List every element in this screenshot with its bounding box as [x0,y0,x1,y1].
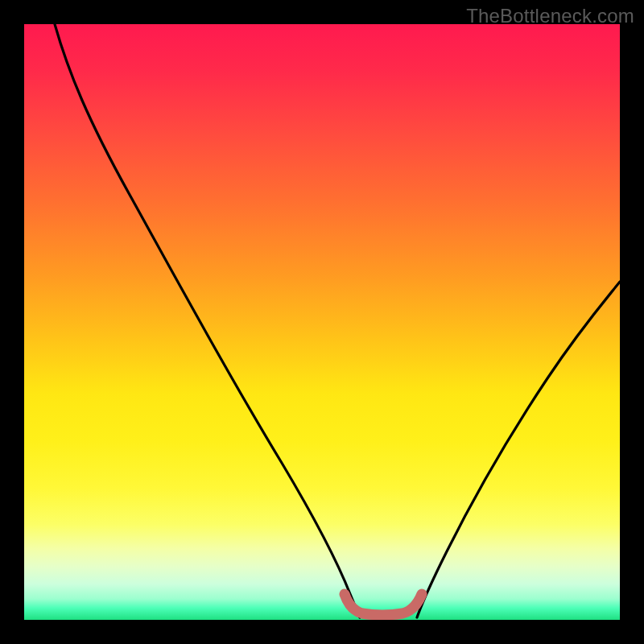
bottom-marker [345,594,422,615]
watermark-text: TheBottleneck.com [466,5,634,27]
plot-area [24,24,620,620]
curve-left [55,24,360,617]
curves-overlay [24,24,620,620]
curve-right [417,282,620,617]
